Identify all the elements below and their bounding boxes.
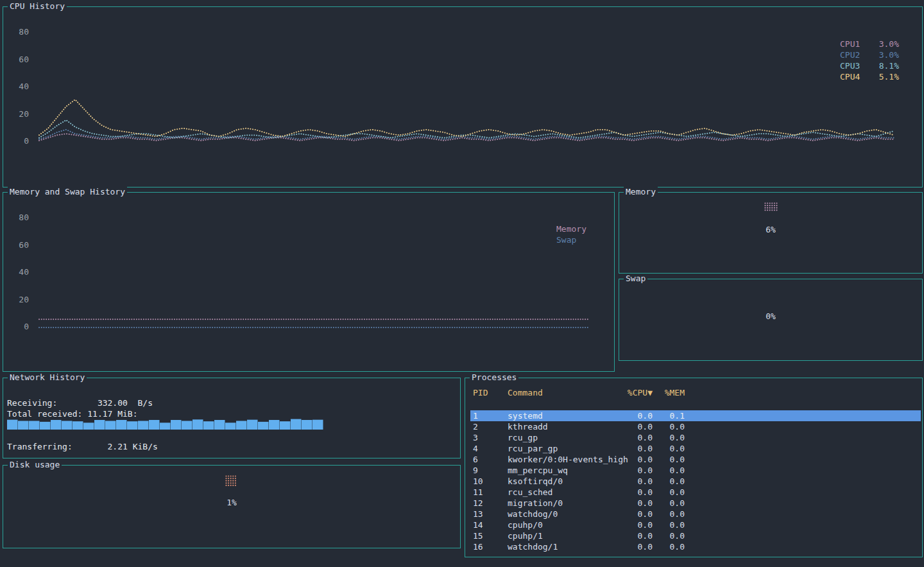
cpu-legend-value: 3.0% [879, 39, 899, 49]
network-bar [94, 420, 105, 430]
swap-panel-title: Swap [624, 274, 647, 283]
network-bar [269, 420, 280, 430]
cell-mem: 0.0 [653, 443, 685, 454]
cell-pid: 16 [473, 541, 508, 552]
memory-panel: Memory 6% [619, 192, 923, 274]
y-axis-tick: 20 [6, 109, 29, 119]
column-header-cpu[interactable]: %CPU▼ [617, 388, 653, 397]
network-bar [149, 420, 160, 430]
cell-command: migration/0 [508, 498, 617, 509]
cell-pid: 2 [473, 421, 508, 432]
cpu-legend-value: 5.1% [879, 71, 899, 82]
cell-cpu: 0.0 [617, 432, 653, 443]
cell-cpu: 0.0 [617, 498, 653, 509]
cell-command: cpuhp/0 [508, 519, 617, 530]
cpu-history-chart [37, 26, 896, 162]
cell-mem: 0.0 [653, 465, 685, 476]
network-history-title: Network History [8, 372, 87, 382]
cpu-history-panel: CPU History CPU13.0%CPU23.0%CPU38.1%CPU4… [3, 6, 923, 188]
cell-cpu: 0.0 [617, 421, 653, 432]
cpu-history-title: CPU History [8, 1, 67, 11]
cell-command: kthreadd [508, 421, 617, 432]
network-bar [40, 422, 51, 430]
cell-pid: 15 [473, 530, 508, 541]
cell-command: systemd [508, 410, 617, 421]
table-row[interactable]: 2kthreadd0.00.0 [465, 421, 922, 432]
network-bar [258, 422, 269, 430]
memory-swap-history-panel: Memory and Swap History Memory Swap 8060… [3, 192, 615, 372]
cell-pid: 12 [473, 498, 508, 509]
cpu-legend-label: CPU1 [840, 39, 860, 49]
cell-pid: 6 [473, 454, 508, 465]
series-cpu4 [39, 100, 894, 136]
cell-mem: 0.0 [653, 454, 685, 465]
table-row[interactable]: 16watchdog/10.00.0 [465, 541, 922, 552]
table-row[interactable]: 1systemd0.00.1 [470, 410, 921, 421]
cell-pid: 10 [473, 476, 508, 487]
cell-pid: 3 [473, 432, 508, 443]
network-bar [247, 420, 258, 430]
network-receiving-text: Receiving: 332.00 B/s [7, 398, 153, 408]
swap-panel: Swap 0% [619, 279, 923, 361]
cpu-legend-label: CPU2 [840, 49, 860, 60]
network-bar [29, 421, 40, 430]
y-axis-tick: 0 [6, 136, 29, 146]
processes-title: Processes [470, 372, 518, 382]
table-row[interactable]: 11rcu_sched0.00.0 [465, 487, 922, 498]
cell-command: rcu_gp [508, 432, 617, 443]
network-bar [7, 420, 18, 430]
network-bar [73, 421, 83, 430]
network-bar [302, 420, 312, 430]
column-header-pid[interactable]: PID [473, 388, 508, 397]
table-row[interactable]: 6kworker/0:0H-events_high0.00.0 [465, 454, 922, 465]
cell-mem: 0.0 [653, 487, 685, 498]
y-axis-tick: 40 [6, 267, 29, 277]
cell-command: mm_percpu_wq [508, 465, 617, 476]
processes-panel: Processes PID Command %CPU▼ %MEM 1system… [465, 378, 923, 557]
memory-panel-title: Memory [624, 187, 658, 196]
table-row[interactable]: 10ksoftirqd/00.00.0 [465, 476, 922, 487]
network-history-panel: Network History Receiving: 332.00 B/s To… [3, 378, 461, 458]
disk-usage-panel: Disk usage 1% [3, 465, 461, 548]
y-axis-tick: 80 [6, 213, 29, 222]
cpu-legend-value: 8.1% [879, 60, 899, 71]
table-row[interactable]: 15cpuhp/10.00.0 [465, 530, 922, 541]
network-bar [171, 420, 182, 430]
cell-mem: 0.0 [653, 541, 685, 552]
series-cpu3 [39, 120, 894, 138]
cpu-legend-row: CPU23.0% [840, 49, 899, 60]
table-row[interactable]: 14cpuhp/00.00.0 [465, 519, 922, 530]
cell-cpu: 0.0 [617, 410, 653, 421]
cell-command: watchdog/1 [508, 541, 617, 552]
table-row[interactable]: 3rcu_gp0.00.0 [465, 432, 922, 443]
cpu-legend-row: CPU45.1% [840, 71, 899, 82]
network-bar [182, 421, 193, 430]
cpu-legend-row: CPU38.1% [840, 60, 899, 71]
cell-pid: 9 [473, 465, 508, 476]
disk-gauge-icon [225, 475, 239, 491]
cell-mem: 0.0 [653, 519, 685, 530]
column-header-mem[interactable]: %MEM [653, 388, 685, 397]
cell-command: watchdog/0 [508, 509, 617, 519]
cell-cpu: 0.0 [617, 443, 653, 454]
cell-mem: 0.0 [653, 432, 685, 443]
y-axis-tick: 80 [6, 27, 29, 37]
memory-swap-chart [37, 212, 592, 348]
network-bar [193, 419, 203, 430]
table-row[interactable]: 13watchdog/00.00.0 [465, 509, 922, 519]
network-bar [203, 421, 214, 430]
table-row[interactable]: 12migration/00.00.0 [465, 498, 922, 509]
column-header-command[interactable]: Command [508, 388, 617, 397]
memory-percent-value: 6% [619, 225, 922, 234]
network-bar [236, 421, 247, 430]
cpu-legend-label: CPU3 [840, 60, 860, 71]
table-row[interactable]: 4rcu_par_gp0.00.0 [465, 443, 922, 454]
y-axis-tick: 40 [6, 82, 29, 91]
cell-cpu: 0.0 [617, 487, 653, 498]
cell-command: rcu_sched [508, 487, 617, 498]
network-bar [280, 421, 291, 430]
cell-cpu: 0.0 [617, 476, 653, 487]
table-row[interactable]: 9mm_percpu_wq0.00.0 [465, 465, 922, 476]
cell-command: ksoftirqd/0 [508, 476, 617, 487]
network-bar [138, 421, 149, 430]
